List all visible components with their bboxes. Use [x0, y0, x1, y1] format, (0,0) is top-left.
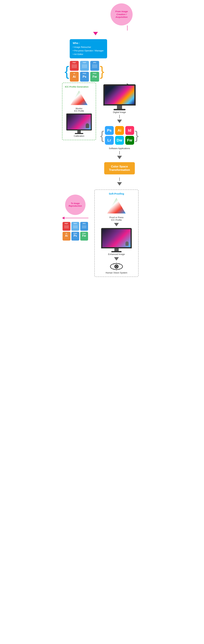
eye-icon-svg — [110, 262, 123, 271]
svg-marker-1 — [107, 198, 126, 214]
from-bubble-text: From Image Creation / Acquisition — [113, 10, 130, 19]
digital-monitor — [103, 84, 136, 106]
softproof-col: Soft-Proofing Proof or PressICC Profile — [90, 188, 143, 278]
arrow-from-bubble — [61, 26, 143, 30]
app-icon-lr: Lr — [105, 136, 114, 145]
human-vision-wrap: Human Vision System — [97, 262, 136, 274]
calibration-monitor — [66, 114, 92, 130]
app-icon-id: Id — [125, 126, 134, 135]
human-vision-label: Human Vision System — [106, 272, 127, 274]
h-line-pink — [64, 218, 88, 218]
who-title: Who : — [73, 42, 104, 44]
software-apps-label: Software Applications — [109, 147, 130, 150]
icc-section: ICC Profile Generation MonitorICC Profil… — [62, 82, 96, 140]
proof-base — [111, 251, 122, 252]
to-image-col: To Image Reproduction PDF TIFF — [61, 188, 88, 240]
monitor-base — [114, 109, 126, 110]
svg-point-5 — [116, 266, 117, 267]
icc-col: ICC Profile Generation MonitorICC Profil… — [61, 81, 96, 142]
proof-gamut-svg — [106, 197, 128, 216]
file-icons-row-top: PDF TIFF JPG — [70, 61, 99, 71]
color-gamut-svg — [69, 90, 89, 107]
app-icon-dw: Dw — [115, 136, 124, 145]
softproof-row: To Image Reproduction PDF TIFF — [61, 188, 143, 278]
tiff-icon-shape — [82, 64, 87, 68]
who-box: Who : Image Retoucher Pre-press Operator… — [70, 39, 107, 58]
brace-left: { — [65, 65, 69, 78]
main-middle-row: ICC Profile Generation MonitorICC Profil… — [61, 81, 143, 187]
output-file-icons: PDF TIFF JPG AI Ai — [63, 222, 88, 240]
file-icons-section: { PDF TIFF JPG — [61, 61, 143, 82]
file-icon-jpg: JPG — [90, 61, 99, 71]
digital-image-label: Digital Image — [113, 111, 126, 114]
app-icon-ps: Ps — [105, 126, 114, 135]
brace-right: } — [100, 65, 104, 78]
icc-title: ICC Profile Generation — [65, 86, 93, 88]
pink-line-down — [127, 26, 128, 30]
proof-monitor — [101, 228, 132, 248]
file-icon-pdf: PDF — [70, 61, 79, 71]
arrow-3 — [117, 182, 122, 186]
who-item-2: Pre-press Operator / Manager — [73, 49, 104, 52]
who-box-row: Who : Image Retoucher Pre-press Operator… — [61, 38, 143, 58]
app-row-1: Ps Ai Id — [105, 126, 134, 135]
cst-box: Color SpaceTransformation — [104, 162, 135, 174]
line-2 — [119, 151, 120, 154]
enhanced-monitor-wrap: Enhanced Image — [97, 228, 136, 256]
software-apps: Ps Ai Id Lr Dw Fw — [105, 126, 134, 145]
app-brace-right: } — [135, 130, 139, 141]
to-bubble-text: To Image Reproduction — [67, 202, 83, 208]
proof-icc-label: Proof or PressICC Profile — [97, 216, 136, 221]
monitor-stand — [117, 106, 122, 109]
out-ai: AI Ai — [63, 232, 70, 240]
monitor-icc-label: MonitorICC Profile — [65, 108, 93, 112]
jpg-icon-shape — [92, 64, 97, 68]
who-item-3: Art Editor — [73, 52, 104, 56]
calib-stand — [77, 130, 81, 133]
out-png: PNG Fw — [80, 232, 88, 240]
softproof-title: Soft-Proofing — [97, 192, 136, 195]
icons-group: PDF TIFF JPG AI Ai — [70, 61, 99, 82]
app-brace-left: { — [100, 130, 104, 141]
who-list: Image Retoucher Pre-press Operator / Man… — [73, 46, 104, 56]
proof-arrow-1 — [114, 223, 119, 226]
left-arrow-head — [62, 217, 64, 219]
arrow-2 — [117, 156, 122, 159]
proof-stand — [115, 248, 119, 251]
line-3 — [119, 178, 120, 181]
app-icon-ai: Ai — [115, 126, 124, 135]
calibration-label: Calibration — [74, 135, 84, 137]
left-arrow-row — [62, 217, 88, 219]
pink-arrow-head-row — [61, 30, 143, 37]
calib-base — [75, 133, 83, 134]
out-jpg: JPG — [80, 222, 88, 231]
arrow-1 — [117, 120, 122, 123]
file-icon-png: PNG Fw — [90, 72, 99, 82]
page-container: From Image Creation / Acquisition Who : … — [61, 4, 143, 278]
file-icons-row-bottom: AI Ai PSD Ps PNG Fw — [70, 72, 99, 82]
main-flow-col: Digital Image { Ps Ai Id Lr Dw Fw — [96, 81, 143, 187]
out-tiff: TIFF — [71, 222, 79, 231]
output-row-1: PDF TIFF JPG — [63, 222, 88, 231]
app-row-2: Lr Dw Fw — [105, 136, 134, 145]
proof-arrow-2 — [114, 257, 119, 260]
calibration-device — [86, 123, 89, 128]
pdf-icon-shape — [72, 64, 77, 68]
out-pdf: PDF — [63, 222, 70, 231]
cst-label: Color SpaceTransformation — [109, 165, 130, 172]
who-item-1: Image Retoucher — [73, 46, 104, 49]
pink-arrow-down — [93, 32, 98, 35]
svg-marker-0 — [71, 90, 87, 105]
file-icon-tiff: TIFF — [80, 61, 89, 71]
calibration-monitor-wrap: Calibration — [65, 114, 93, 137]
brace-wrapper: { PDF TIFF JPG — [65, 61, 104, 82]
out-psd: PSD Ps — [71, 232, 79, 240]
to-bubble: To Image Reproduction — [65, 194, 85, 215]
file-icon-ai: AI Ai — [70, 72, 79, 82]
monitor-wrap: Digital Image — [103, 84, 136, 114]
file-icon-psd: PSD Ps — [80, 72, 89, 82]
softproof-section: Soft-Proofing Proof or PressICC Profile — [94, 190, 139, 277]
proof-device — [126, 242, 129, 246]
app-icon-fw: Fw — [125, 136, 134, 145]
enhanced-image-label: Enhanced Image — [108, 253, 125, 256]
